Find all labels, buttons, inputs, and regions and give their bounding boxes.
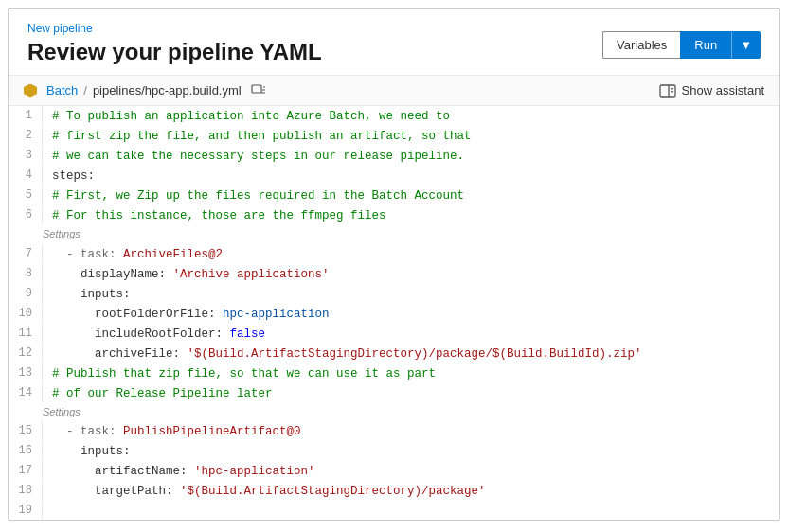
code-row: 9 inputs: <box>9 284 779 304</box>
breadcrumb-separator: / <box>83 83 87 98</box>
pipeline-icon <box>24 84 37 98</box>
code-line: # of our Release Pipeline later <box>52 383 779 403</box>
header-actions: Variables Run ▼ <box>602 31 761 59</box>
page-title: Review your pipeline YAML <box>27 39 322 65</box>
code-line: displayName: 'Archive applications' <box>52 264 779 284</box>
line-number: 12 <box>9 344 43 363</box>
code-line: artifactName: 'hpc-application' <box>52 461 779 481</box>
svg-rect-7 <box>671 91 673 93</box>
line-number: 1 <box>9 106 43 125</box>
title-section: New pipeline Review your pipeline YAML <box>27 22 322 65</box>
code-editor: 1# To publish an application into Azure … <box>9 106 779 520</box>
code-row: 8 displayName: 'Archive applications' <box>9 264 779 284</box>
code-line: # first zip the file, and then publish a… <box>52 126 779 146</box>
code-row: 4steps: <box>9 166 779 186</box>
breadcrumb: Batch / pipelines/hpc-app.build.yml <box>24 83 266 98</box>
code-row: 7 - task: ArchiveFiles@2 <box>9 244 779 264</box>
code-line: inputs: <box>52 441 779 461</box>
line-number: 18 <box>9 481 43 500</box>
code-line: steps: <box>52 166 779 186</box>
show-assistant-button[interactable]: Show assistant <box>659 83 764 98</box>
code-line: - task: PublishPipelineArtifact@0 <box>52 421 779 441</box>
line-number: 4 <box>9 166 43 185</box>
code-row: 5# First, we Zip up the files required i… <box>9 186 779 205</box>
settings-label: Settings <box>9 225 779 244</box>
show-assistant-label: Show assistant <box>682 83 764 98</box>
code-row: 3# we can take the necessary steps in ou… <box>9 146 779 166</box>
breadcrumb-batch[interactable]: Batch <box>46 83 78 98</box>
line-number: 8 <box>9 264 43 283</box>
code-line <box>52 501 779 502</box>
edit-icon[interactable] <box>251 84 266 98</box>
svg-rect-6 <box>671 88 673 90</box>
code-row: 15 - task: PublishPipelineArtifact@0 <box>9 421 779 441</box>
code-row: 12 archiveFile: '$(Build.ArtifactStaging… <box>9 344 779 364</box>
svg-rect-4 <box>660 85 675 97</box>
variables-button[interactable]: Variables <box>602 31 680 59</box>
new-pipeline-label: New pipeline <box>27 22 322 35</box>
code-row: 2# first zip the file, and then publish … <box>9 126 779 146</box>
main-container: New pipeline Review your pipeline YAML V… <box>8 8 780 521</box>
line-number: 14 <box>9 383 43 402</box>
code-line: includeRootFolder: false <box>52 324 779 344</box>
svg-rect-0 <box>252 85 261 93</box>
line-number: 16 <box>9 441 43 460</box>
code-line: # To publish an application into Azure B… <box>52 106 779 126</box>
line-number: 3 <box>9 146 43 165</box>
line-number: 15 <box>9 421 43 440</box>
line-number: 7 <box>9 244 43 263</box>
toolbar: Batch / pipelines/hpc-app.build.yml Show… <box>9 76 779 106</box>
code-line: archiveFile: '$(Build.ArtifactStagingDir… <box>52 344 779 364</box>
code-row: 19 <box>9 501 779 520</box>
breadcrumb-path: pipelines/hpc-app.build.yml <box>93 83 242 98</box>
code-row: 1# To publish an application into Azure … <box>9 106 779 126</box>
line-number: 13 <box>9 364 43 382</box>
code-row: 16 inputs: <box>9 441 779 461</box>
line-number: 19 <box>9 501 43 520</box>
code-row: 14# of our Release Pipeline later <box>9 383 779 403</box>
code-line: # Publish that zip file, so that we can … <box>52 364 779 383</box>
code-row: 13# Publish that zip file, so that we ca… <box>9 364 779 383</box>
code-line: # For this instance, those are the ffmpe… <box>52 205 779 225</box>
code-row: 10 rootFolderOrFile: hpc-application <box>9 304 779 324</box>
code-row: 6# For this instance, those are the ffmp… <box>9 205 779 225</box>
code-line: targetPath: '$(Build.ArtifactStagingDire… <box>52 481 779 501</box>
line-number: 17 <box>9 461 43 480</box>
code-row: 18 targetPath: '$(Build.ArtifactStagingD… <box>9 481 779 501</box>
line-number: 2 <box>9 126 43 145</box>
code-row: 17 artifactName: 'hpc-application' <box>9 461 779 481</box>
code-line: # we can take the necessary steps in our… <box>52 146 779 166</box>
code-line: # First, we Zip up the files required in… <box>52 186 779 205</box>
line-number: 11 <box>9 324 43 343</box>
header: New pipeline Review your pipeline YAML V… <box>9 9 779 76</box>
code-line: - task: ArchiveFiles@2 <box>52 244 779 264</box>
code-line: inputs: <box>52 284 779 304</box>
line-number: 5 <box>9 186 43 204</box>
line-number: 9 <box>9 284 43 303</box>
settings-label: Settings <box>9 403 779 422</box>
code-line: rootFolderOrFile: hpc-application <box>52 304 779 324</box>
line-number: 10 <box>9 304 43 323</box>
run-caret-button[interactable]: ▼ <box>731 31 761 59</box>
line-number: 6 <box>9 205 43 224</box>
run-button[interactable]: Run <box>680 31 731 59</box>
code-row: 11 includeRootFolder: false <box>9 324 779 344</box>
